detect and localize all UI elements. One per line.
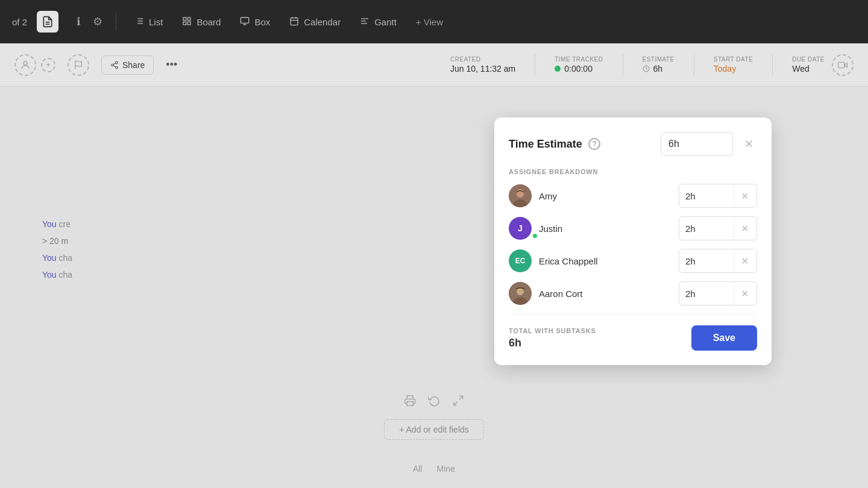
amy-avatar-wrapper xyxy=(509,184,539,207)
total-input-row: ✕ xyxy=(661,132,757,156)
footer-total-value: 6h xyxy=(509,337,596,349)
amy-avatar xyxy=(509,184,532,207)
justin-avatar-wrapper: J xyxy=(509,217,539,240)
amy-time-input[interactable] xyxy=(679,184,734,207)
assignee-row-erica: EC Erica Chappell ✕ xyxy=(509,249,757,273)
erica-time-input[interactable] xyxy=(679,249,734,272)
popup-footer: TOTAL WITH SUBTASKS 6h Save xyxy=(509,314,757,351)
assignee-row-aaron: Aaron Cort ✕ xyxy=(509,281,757,305)
aaron-input-wrap: ✕ xyxy=(679,281,757,305)
justin-input-wrap: ✕ xyxy=(679,216,757,240)
aaron-time-input[interactable] xyxy=(679,282,734,305)
popup-close-button[interactable]: ✕ xyxy=(740,136,757,152)
aaron-name: Aaron Cort xyxy=(539,289,679,299)
time-estimate-popup: Time Estimate ? ✕ ASSIGNEE BREAKDOWN Amy xyxy=(494,117,772,365)
aaron-remove-button[interactable]: ✕ xyxy=(734,282,755,305)
aaron-avatar xyxy=(509,282,532,305)
popup-header: Time Estimate ? ✕ xyxy=(509,132,757,156)
erica-input-wrap: ✕ xyxy=(679,249,757,273)
help-icon[interactable]: ? xyxy=(588,138,600,150)
erica-name: Erica Chappell xyxy=(539,256,679,266)
amy-remove-button[interactable]: ✕ xyxy=(734,184,755,207)
justin-remove-button[interactable]: ✕ xyxy=(734,217,755,240)
erica-avatar: EC xyxy=(509,249,532,272)
save-button[interactable]: Save xyxy=(691,325,757,351)
justin-name: Justin xyxy=(539,224,679,234)
assignee-row-justin: J Justin ✕ xyxy=(509,216,757,240)
amy-name: Amy xyxy=(539,191,679,201)
popup-title: Time Estimate xyxy=(509,138,582,151)
amy-input-wrap: ✕ xyxy=(679,184,757,208)
footer-total-section: TOTAL WITH SUBTASKS 6h xyxy=(509,327,596,349)
footer-label: TOTAL WITH SUBTASKS xyxy=(509,327,596,334)
justin-time-input[interactable] xyxy=(679,217,734,240)
justin-online-indicator xyxy=(532,233,538,239)
justin-avatar: J xyxy=(509,217,532,240)
total-time-input[interactable] xyxy=(661,132,733,156)
erica-remove-button[interactable]: ✕ xyxy=(734,249,755,272)
popup-title-row: Time Estimate ? xyxy=(509,138,600,151)
assignee-breakdown-label: ASSIGNEE BREAKDOWN xyxy=(509,168,757,175)
assignee-row-amy: Amy ✕ xyxy=(509,184,757,208)
